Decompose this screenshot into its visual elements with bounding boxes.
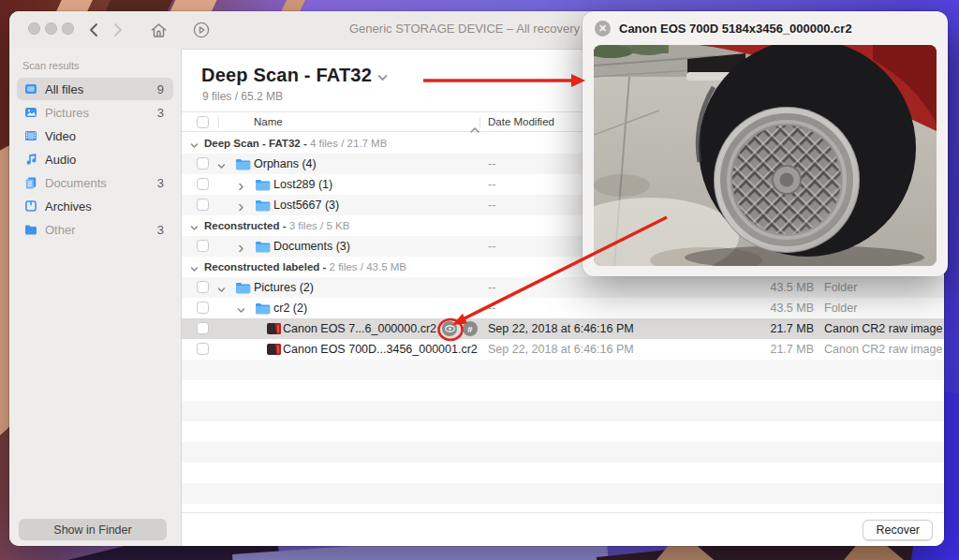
- row-checkbox[interactable]: [197, 281, 209, 293]
- chevron-down-icon[interactable]: [217, 160, 226, 173]
- traffic-light-minimize[interactable]: [45, 22, 57, 35]
- audio-icon: [22, 152, 38, 168]
- column-divider: [218, 117, 219, 128]
- recover-button[interactable]: Recover: [863, 520, 933, 540]
- forward-icon[interactable]: [109, 21, 127, 39]
- scan-title-text: Deep Scan - FAT32: [201, 65, 372, 85]
- sidebar-item-documents[interactable]: Documents3: [17, 171, 173, 194]
- preview-header: ✕ Canon EOS 700D 5184x3456_000000.cr2: [583, 11, 948, 45]
- row-size: 21.7 MB: [720, 343, 814, 356]
- folder-icon: [255, 241, 271, 256]
- sidebar-item-label: Other: [45, 223, 76, 237]
- sidebar-item-video[interactable]: Video: [17, 125, 173, 147]
- row-name: Canon EOS 7...6_000000.cr2: [283, 322, 436, 335]
- documents-icon: [22, 175, 38, 191]
- home-icon[interactable]: [149, 21, 168, 39]
- row-name: Orphans (4): [254, 157, 317, 170]
- row-checkbox[interactable]: [197, 302, 209, 314]
- sidebar-item-label: Documents: [45, 176, 107, 190]
- row-date-modified: --: [488, 281, 495, 294]
- content-footer: Recover: [182, 512, 944, 546]
- group-meta: 4 files / 21.7 MB: [310, 138, 387, 149]
- row-date-modified: --: [488, 199, 495, 212]
- row-checkbox[interactable]: [197, 240, 209, 252]
- table-row[interactable]: Canon EOS 700D...3456_000001.cr2Sep 22, …: [182, 339, 944, 360]
- table-row[interactable]: Canon EOS 7...6_000000.cr2#Sep 22, 2018 …: [182, 318, 944, 339]
- other-icon: [22, 222, 38, 238]
- close-icon[interactable]: ✕: [595, 21, 611, 37]
- chevron-down-icon[interactable]: [190, 263, 199, 276]
- row-checkbox[interactable]: [197, 157, 209, 169]
- folder-icon: [235, 158, 251, 173]
- folder-icon: [255, 179, 271, 194]
- sidebar-item-pictures[interactable]: Pictures3: [17, 101, 173, 124]
- sidebar-item-count: 3: [157, 223, 164, 237]
- chevron-down-icon[interactable]: [190, 140, 199, 153]
- preview-title: Canon EOS 700D 5184x3456_000000.cr2: [619, 22, 852, 36]
- sidebar-header: Scan results: [22, 60, 80, 71]
- sidebar-item-label: Pictures: [45, 106, 89, 120]
- desktop: { "colors": { "accent_blue": "#3e93ee", …: [0, 0, 959, 560]
- table-row[interactable]: cr2 (2)--43.5 MBFolder: [182, 298, 944, 318]
- row-checkbox[interactable]: [197, 343, 209, 355]
- row-size: 43.5 MB: [720, 281, 814, 294]
- scan-summary: 9 files / 65.2 MB: [202, 90, 283, 103]
- chevron-down-icon[interactable]: [217, 284, 226, 297]
- row-name: Pictures (2): [254, 281, 314, 294]
- row-date-modified: --: [488, 302, 495, 315]
- row-size: 21.7 MB: [720, 322, 814, 335]
- row-size: 43.5 MB: [720, 302, 814, 315]
- chevron-right-icon[interactable]: [237, 201, 245, 214]
- traffic-light-zoom[interactable]: [62, 22, 74, 35]
- row-date-modified: --: [488, 157, 495, 170]
- chevron-right-icon[interactable]: [237, 181, 245, 194]
- row-checkbox[interactable]: [197, 178, 209, 190]
- all-files-icon: [22, 81, 38, 97]
- chevron-down-icon: [377, 65, 388, 86]
- row-kind: Canon CR2 raw image: [824, 343, 942, 356]
- row-date-modified: Sep 22, 2018 at 6:46:16 PM: [488, 322, 634, 335]
- sidebar-item-all-files[interactable]: All files9: [17, 78, 173, 100]
- scan-title[interactable]: Deep Scan - FAT32: [201, 65, 388, 86]
- column-header-name[interactable]: Name: [254, 116, 283, 127]
- row-date-modified: Sep 22, 2018 at 6:46:16 PM: [488, 343, 634, 356]
- video-icon: [22, 128, 38, 144]
- rescan-icon[interactable]: [192, 21, 211, 39]
- folder-icon: [235, 282, 251, 297]
- sidebar-item-label: All files: [45, 82, 83, 96]
- sidebar-item-archives[interactable]: Archives: [17, 195, 173, 217]
- archives-icon: [22, 199, 38, 214]
- group-meta: 2 files / 43.5 MB: [330, 261, 406, 273]
- row-checkbox[interactable]: [197, 199, 209, 211]
- sidebar-item-count: 9: [157, 82, 164, 96]
- sidebar-item-label: Audio: [45, 153, 76, 167]
- select-all-checkbox[interactable]: [197, 116, 209, 128]
- chevron-right-icon[interactable]: [237, 243, 245, 256]
- raw-image-file-icon: [267, 344, 281, 358]
- group-label: Deep Scan - FAT32 - 4 files / 21.7 MB: [204, 138, 387, 149]
- chevron-down-icon[interactable]: [237, 304, 245, 317]
- row-date-modified: --: [488, 178, 495, 191]
- row-name: Canon EOS 700D...3456_000001.cr2: [283, 343, 478, 356]
- back-icon[interactable]: [84, 21, 103, 39]
- column-header-date-modified[interactable]: Date Modified: [488, 116, 554, 127]
- sidebar-list: All files9Pictures3VideoAudioDocuments3A…: [9, 77, 181, 242]
- sidebar-item-audio[interactable]: Audio: [17, 148, 173, 170]
- preview-popup: ✕ Canon EOS 700D 5184x3456_000000.cr2: [583, 11, 948, 276]
- preview-eye-icon[interactable]: [442, 321, 457, 336]
- show-in-finder-button[interactable]: Show in Finder: [19, 519, 167, 540]
- column-divider: [480, 117, 480, 128]
- folder-icon: [255, 302, 271, 317]
- hex-view-icon[interactable]: #: [463, 321, 478, 336]
- preview-image: [594, 45, 937, 266]
- group-label: Reconstructed labeled - 2 files / 43.5 M…: [204, 261, 406, 273]
- group-label: Reconstructed - 3 files / 5 KB: [204, 220, 349, 231]
- pictures-icon: [22, 105, 38, 121]
- group-meta: 3 files / 5 KB: [289, 220, 350, 231]
- sidebar-item-other[interactable]: Other3: [17, 218, 173, 241]
- traffic-light-close[interactable]: [28, 22, 40, 35]
- table-row[interactable]: Pictures (2)--43.5 MBFolder: [182, 277, 944, 298]
- sidebar-item-label: Video: [45, 129, 76, 143]
- chevron-down-icon[interactable]: [190, 222, 199, 235]
- row-checkbox[interactable]: [197, 322, 209, 334]
